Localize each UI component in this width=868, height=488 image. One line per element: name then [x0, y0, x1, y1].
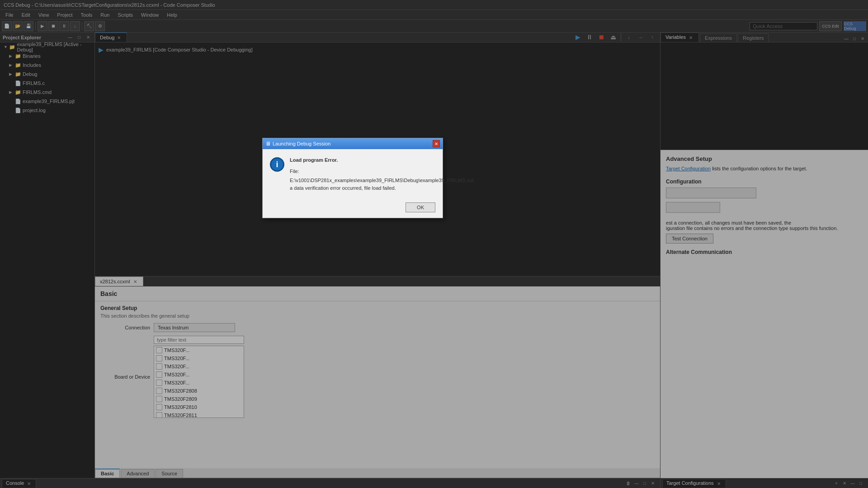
dialog-ok-btn[interactable]: OK	[406, 202, 435, 212]
dialog-overlay: 🖥 Launching Debug Session ✕ i Load progr…	[0, 0, 868, 488]
dialog-file-path: E:\v1001\DSP281x_examples\example39_FIRL…	[290, 177, 475, 192]
dialog-box: 🖥 Launching Debug Session ✕ i Load progr…	[262, 138, 443, 218]
dialog-info-icon: i	[270, 157, 284, 172]
dialog-title: Launching Debug Session	[273, 141, 431, 146]
dialog-icon: 🖥	[265, 141, 271, 147]
dialog-error-title: Load program Error.	[290, 156, 475, 164]
dialog-file-label: File:	[290, 168, 475, 175]
dialog-footer: OK	[263, 199, 443, 218]
dialog-titlebar: 🖥 Launching Debug Session ✕	[263, 138, 443, 149]
dialog-close-btn[interactable]: ✕	[433, 140, 440, 147]
dialog-body: i Load program Error. File: E:\v1001\DSP…	[263, 149, 443, 199]
dialog-text: Load program Error. File: E:\v1001\DSP28…	[290, 156, 475, 192]
